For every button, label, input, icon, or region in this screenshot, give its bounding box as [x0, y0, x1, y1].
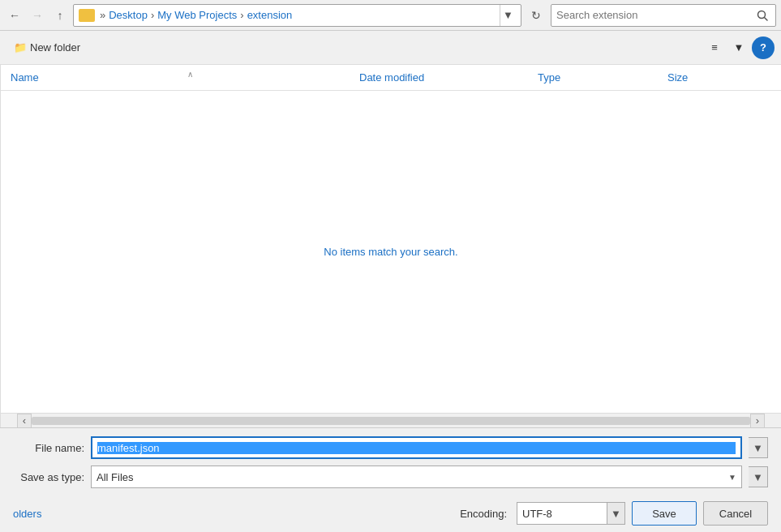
saveastype-label: Save as type:: [13, 471, 84, 483]
help-label: ?: [760, 41, 766, 54]
saveastype-dropdown-icon: ▼: [728, 473, 736, 482]
breadcrumb-sep-2: ›: [151, 9, 154, 21]
bottom-actions: olders Encoding: UTF-8 UTF-16 LE UTF-16 …: [0, 496, 781, 532]
filename-row: File name: ▼: [13, 436, 768, 459]
address-bar: ← → ↑ » Desktop › My Web Projects › exte…: [0, 0, 781, 31]
col-header-name[interactable]: Name: [11, 66, 359, 88]
encoding-label: Encoding:: [460, 508, 507, 520]
encoding-dropdown-button[interactable]: ▼: [607, 503, 624, 524]
file-list: No items match your search.: [1, 91, 781, 413]
folders-link[interactable]: olders: [13, 504, 41, 523]
forward-button[interactable]: →: [28, 6, 47, 25]
scroll-left-icon: ‹: [23, 414, 26, 427]
encoding-dropdown-icon: ▼: [611, 508, 621, 520]
folders-label: olders: [13, 508, 41, 520]
search-box: [551, 4, 776, 27]
filename-label: File name:: [13, 442, 84, 454]
filename-dropdown-icon: ▼: [753, 442, 763, 454]
content-area: ∧ Name Date modified Type Size No items …: [1, 65, 781, 427]
encoding-select-wrap: UTF-8 UTF-16 LE UTF-16 BE ANSI ▼: [517, 502, 625, 525]
view-options-button[interactable]: ≡: [703, 36, 726, 59]
new-folder-icon: 📁: [14, 41, 27, 54]
col-header-type[interactable]: Type: [538, 66, 667, 88]
main-area: ∧ Name Date modified Type Size No items …: [0, 65, 781, 427]
save-label: Save: [652, 508, 676, 520]
sort-indicator: ∧: [187, 70, 193, 79]
scroll-right-button[interactable]: ›: [750, 414, 765, 428]
breadcrumb-dropdown-button[interactable]: ▼: [500, 5, 516, 26]
view-icon: ≡: [711, 41, 718, 54]
svg-line-1: [765, 17, 768, 20]
new-folder-label: New folder: [30, 41, 80, 54]
toolbar: 📁 New folder ≡ ▼ ?: [0, 31, 781, 65]
up-button[interactable]: ↑: [50, 6, 70, 25]
breadcrumb-sep-3: ›: [240, 9, 243, 21]
breadcrumb-mywebprojects[interactable]: My Web Projects: [157, 9, 237, 21]
col-header-date-modified[interactable]: Date modified: [359, 66, 538, 88]
filename-input[interactable]: [97, 442, 736, 454]
save-button[interactable]: Save: [632, 501, 697, 526]
column-headers: ∧ Name Date modified Type Size: [1, 65, 781, 91]
cancel-label: Cancel: [719, 508, 752, 520]
encoding-select[interactable]: UTF-8 UTF-16 LE UTF-16 BE ANSI: [517, 508, 607, 520]
scroll-left-button[interactable]: ‹: [17, 414, 32, 428]
refresh-button[interactable]: ↻: [525, 4, 547, 27]
back-button[interactable]: ←: [5, 6, 24, 25]
breadcrumb-desktop[interactable]: Desktop: [109, 9, 148, 21]
scroll-track[interactable]: [32, 417, 750, 425]
new-folder-button[interactable]: 📁 New folder: [6, 37, 88, 58]
filename-input-wrapper: [91, 436, 742, 459]
bottom-form: File name: ▼ Save as type: All Files Tex…: [0, 427, 781, 496]
empty-message: No items match your search.: [324, 246, 457, 258]
view-dropdown-icon: ▼: [734, 41, 745, 54]
saveastype-dropdown-btn-icon: ▼: [753, 471, 763, 483]
saveastype-dropdown-button[interactable]: ▼: [749, 466, 768, 487]
help-button[interactable]: ?: [752, 36, 775, 59]
folder-icon: [79, 9, 95, 22]
search-icon[interactable]: [754, 7, 770, 24]
filename-dropdown-button[interactable]: ▼: [749, 437, 768, 458]
view-dropdown-button[interactable]: ▼: [732, 36, 745, 59]
breadcrumb-sep-1: »: [100, 9, 105, 21]
search-input[interactable]: [556, 9, 754, 21]
cancel-button[interactable]: Cancel: [703, 501, 768, 526]
saveastype-select-wrapper: All Files Text Documents (*.txt) JSON Fi…: [91, 466, 742, 488]
saveastype-row: Save as type: All Files Text Documents (…: [13, 466, 768, 488]
horizontal-scrollbar: ‹ ›: [1, 413, 781, 427]
breadcrumb-extension[interactable]: extension: [247, 9, 293, 21]
scroll-right-icon: ›: [756, 414, 759, 427]
col-header-size[interactable]: Size: [667, 66, 732, 88]
saveastype-select[interactable]: All Files Text Documents (*.txt) JSON Fi…: [97, 471, 728, 483]
